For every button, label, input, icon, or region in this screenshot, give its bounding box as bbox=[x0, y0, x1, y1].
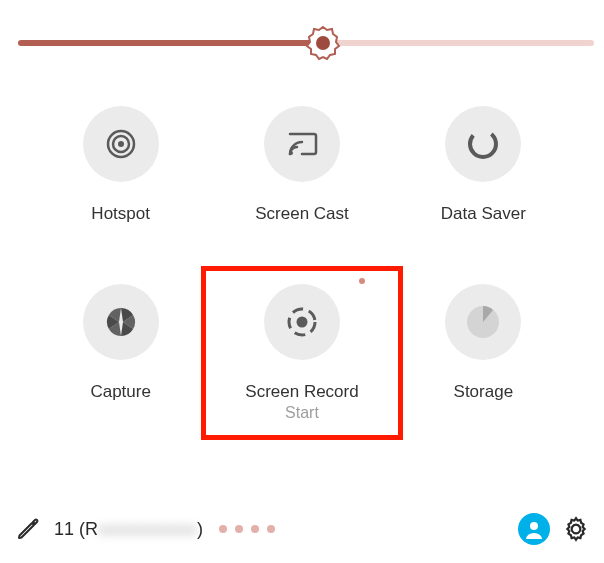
person-icon bbox=[524, 519, 544, 539]
storage-icon bbox=[445, 284, 521, 360]
gear-icon bbox=[563, 516, 589, 542]
tile-label: Screen Cast bbox=[255, 204, 349, 224]
capture-icon bbox=[83, 284, 159, 360]
tile-capture[interactable]: Capture bbox=[30, 284, 211, 422]
tile-label: Data Saver bbox=[441, 204, 526, 224]
status-prefix: 11 (R bbox=[54, 519, 98, 539]
page-dot bbox=[235, 525, 243, 533]
tile-sublabel: Start bbox=[285, 404, 319, 422]
settings-button[interactable] bbox=[562, 515, 590, 543]
svg-point-4 bbox=[289, 151, 293, 155]
pencil-icon bbox=[16, 517, 40, 541]
datasaver-icon bbox=[445, 106, 521, 182]
tile-label: Storage bbox=[454, 382, 514, 402]
tile-screencast[interactable]: Screen Cast bbox=[211, 106, 392, 224]
tile-label: Hotspot bbox=[91, 204, 150, 224]
tile-datasaver[interactable]: Data Saver bbox=[393, 106, 574, 224]
tile-storage[interactable]: Storage bbox=[393, 284, 574, 422]
screenrecord-icon bbox=[264, 284, 340, 360]
user-avatar[interactable] bbox=[518, 513, 550, 545]
brightness-slider[interactable] bbox=[0, 0, 604, 56]
status-blurred: xxxxxxxxxxx bbox=[98, 519, 197, 539]
status-text: 11 (Rxxxxxxxxxxx) bbox=[54, 519, 203, 540]
brightness-thumb-icon[interactable] bbox=[304, 24, 342, 62]
svg-point-0 bbox=[316, 36, 330, 50]
tile-hotspot[interactable]: Hotspot bbox=[30, 106, 211, 224]
record-status-dot bbox=[359, 278, 365, 284]
page-dot bbox=[219, 525, 227, 533]
tile-label: Capture bbox=[90, 382, 150, 402]
tile-label: Screen Record bbox=[245, 382, 358, 402]
page-indicator[interactable] bbox=[219, 525, 275, 533]
screencast-icon bbox=[264, 106, 340, 182]
tile-screenrecord[interactable]: Screen Record Start bbox=[211, 284, 392, 422]
edit-button[interactable] bbox=[14, 515, 42, 543]
svg-point-7 bbox=[296, 317, 307, 328]
svg-point-1 bbox=[118, 141, 124, 147]
svg-point-5 bbox=[465, 126, 502, 163]
tiles-grid: Hotspot Screen Cast Data Saver bbox=[0, 56, 604, 442]
hotspot-icon bbox=[83, 106, 159, 182]
svg-point-9 bbox=[530, 522, 538, 530]
status-suffix: ) bbox=[197, 519, 203, 539]
page-dot bbox=[267, 525, 275, 533]
bottom-bar: 11 (Rxxxxxxxxxxx) bbox=[14, 513, 590, 545]
page-dot bbox=[251, 525, 259, 533]
